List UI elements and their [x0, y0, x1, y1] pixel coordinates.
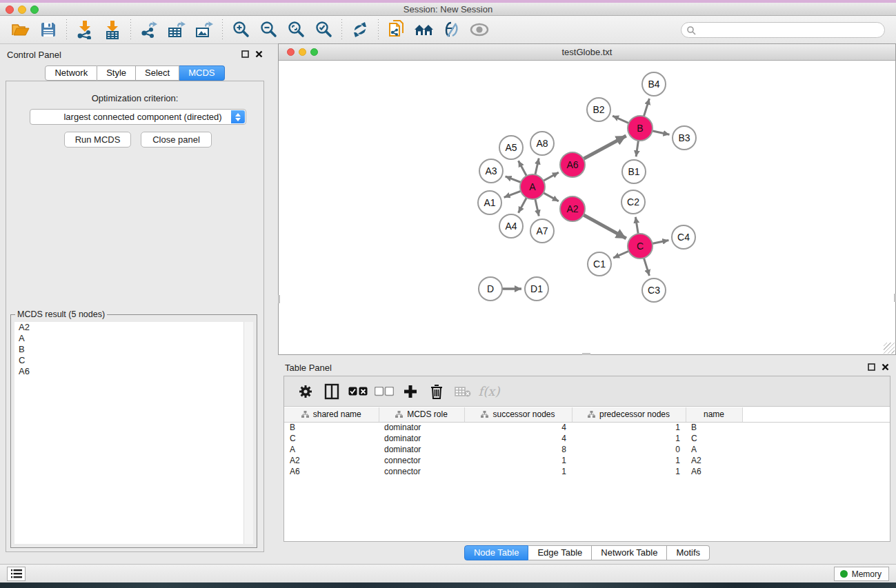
apply-layout-icon[interactable] [346, 18, 374, 41]
table-row[interactable]: A6connector11A6 [284, 466, 890, 477]
delete-column-icon[interactable] [426, 381, 447, 403]
result-item[interactable]: A6 [14, 366, 253, 377]
deselect-all-icon[interactable] [374, 381, 395, 403]
graph-node-C3[interactable]: C3 [642, 278, 666, 302]
export-table-icon[interactable] [163, 18, 190, 41]
table-settings-icon[interactable] [295, 381, 316, 403]
cell-name[interactable]: A [686, 444, 742, 455]
column-header-predecessor-nodes[interactable]: predecessor nodes [572, 407, 686, 422]
tab-network[interactable]: Network [45, 65, 97, 81]
graph-node-A2[interactable]: A2 [560, 196, 585, 221]
table-row[interactable]: Adominator80A [284, 444, 890, 455]
tab-select[interactable]: Select [136, 65, 179, 81]
cell-MCDS-role[interactable]: dominator [379, 433, 464, 444]
memory-button[interactable]: Memory [834, 567, 889, 581]
float-panel-icon[interactable] [241, 50, 249, 58]
close-panel-icon[interactable] [255, 50, 263, 58]
network-canvas[interactable]: AA1A2A3A4A5A6A7A8BB1B2B3B4CC1C2C3C4DD1 [279, 61, 895, 354]
column-header-name[interactable]: name [686, 407, 742, 422]
network-from-clipboard-icon[interactable] [383, 18, 410, 41]
cell-name[interactable]: A6 [686, 466, 742, 477]
tab-style[interactable]: Style [97, 65, 136, 81]
cell-successor-nodes[interactable]: 8 [464, 444, 572, 455]
zoom-out-icon[interactable] [255, 18, 282, 41]
cell-MCDS-role[interactable]: dominator [379, 422, 464, 433]
show-graphics-details-icon[interactable] [466, 18, 493, 41]
cell-shared-name[interactable]: A [284, 444, 379, 455]
graph-node-C4[interactable]: C4 [672, 225, 695, 249]
graph-node-B[interactable]: B [628, 116, 653, 141]
close-panel-icon[interactable] [882, 363, 889, 371]
graph-node-C2[interactable]: C2 [621, 190, 645, 214]
cell-successor-nodes[interactable]: 1 [464, 466, 572, 477]
tab-node-table[interactable]: Node Table [464, 545, 529, 560]
graph-node-A5[interactable]: A5 [499, 136, 523, 159]
cell-name[interactable]: C [686, 433, 742, 444]
tab-edge-table[interactable]: Edge Table [528, 545, 592, 560]
cell-shared-name[interactable]: A6 [284, 466, 379, 477]
import-network-icon[interactable] [71, 18, 99, 41]
cell-successor-nodes[interactable]: 1 [464, 455, 572, 466]
result-item[interactable]: B [14, 344, 253, 355]
column-header-successor-nodes[interactable]: successor nodes [464, 407, 572, 422]
cell-shared-name[interactable]: A2 [284, 455, 379, 466]
tab-motifs[interactable]: Motifs [667, 545, 710, 560]
tab-network-table[interactable]: Network Table [592, 545, 667, 560]
float-panel-icon[interactable] [868, 363, 875, 371]
tab-mcds[interactable]: MCDS [179, 65, 224, 81]
graph-node-A1[interactable]: A1 [478, 191, 501, 214]
home-icon[interactable] [410, 18, 438, 41]
show-column-icon[interactable] [321, 381, 342, 403]
run-mcds-button[interactable]: Run MCDS [64, 132, 131, 148]
zoom-in-icon[interactable] [227, 18, 255, 41]
mcds-result-list[interactable]: A2ABCA6 [14, 322, 253, 544]
table-row[interactable]: A2connector11A2 [284, 455, 890, 466]
table-row[interactable]: Bdominator41B [284, 422, 890, 433]
export-image-icon[interactable] [190, 18, 218, 41]
export-network-icon[interactable] [135, 18, 163, 41]
criterion-select[interactable]: largest connected component (directed) [30, 109, 246, 125]
column-header-MCDS-role[interactable]: MCDS role [379, 407, 464, 422]
zoom-selected-icon[interactable] [310, 18, 337, 41]
graph-node-B3[interactable]: B3 [673, 126, 696, 150]
select-all-icon[interactable] [348, 381, 368, 403]
graph-node-B4[interactable]: B4 [642, 72, 666, 96]
cell-predecessor-nodes[interactable]: 0 [572, 444, 686, 455]
cell-MCDS-role[interactable]: dominator [379, 444, 464, 455]
graph-node-D[interactable]: D [479, 277, 502, 301]
cell-shared-name[interactable]: C [284, 433, 379, 444]
save-session-icon[interactable] [34, 18, 62, 41]
cell-shared-name[interactable]: B [284, 422, 379, 433]
splitter-handle[interactable] [582, 353, 590, 355]
result-item[interactable]: A2 [14, 322, 253, 333]
graph-node-C1[interactable]: C1 [588, 252, 611, 276]
add-column-icon[interactable] [400, 381, 421, 403]
close-panel-button[interactable]: Close panel [141, 132, 212, 148]
table-row[interactable]: Cdominator41C [284, 433, 890, 444]
open-session-icon[interactable] [7, 18, 34, 41]
graph-node-B1[interactable]: B1 [622, 160, 646, 183]
cell-MCDS-role[interactable]: connector [379, 466, 464, 477]
graph-node-A8[interactable]: A8 [530, 132, 554, 155]
function-builder-icon[interactable]: f(x) [479, 381, 499, 403]
cell-name[interactable]: B [686, 422, 742, 433]
result-scrollbar[interactable] [243, 322, 253, 544]
graph-node-A6[interactable]: A6 [560, 152, 585, 177]
graph-node-A[interactable]: A [520, 174, 545, 199]
cell-predecessor-nodes[interactable]: 1 [572, 433, 686, 444]
delete-table-icon[interactable] [452, 381, 473, 403]
graph-node-A3[interactable]: A3 [479, 159, 503, 183]
search-input[interactable] [681, 22, 885, 38]
cell-predecessor-nodes[interactable]: 1 [572, 466, 686, 477]
result-item[interactable]: C [14, 355, 253, 366]
graph-node-C[interactable]: C [628, 234, 653, 258]
graph-node-B2[interactable]: B2 [587, 98, 610, 121]
cell-name[interactable]: A2 [686, 455, 742, 466]
zoom-fit-icon[interactable] [282, 18, 310, 41]
graph-node-D1[interactable]: D1 [525, 277, 548, 301]
hide-graphics-details-icon[interactable] [438, 18, 466, 41]
graph-node-A4[interactable]: A4 [499, 214, 523, 238]
network-window-titlebar[interactable]: testGlobe.txt [279, 44, 895, 61]
cell-successor-nodes[interactable]: 4 [464, 433, 572, 444]
cell-predecessor-nodes[interactable]: 1 [572, 422, 686, 433]
